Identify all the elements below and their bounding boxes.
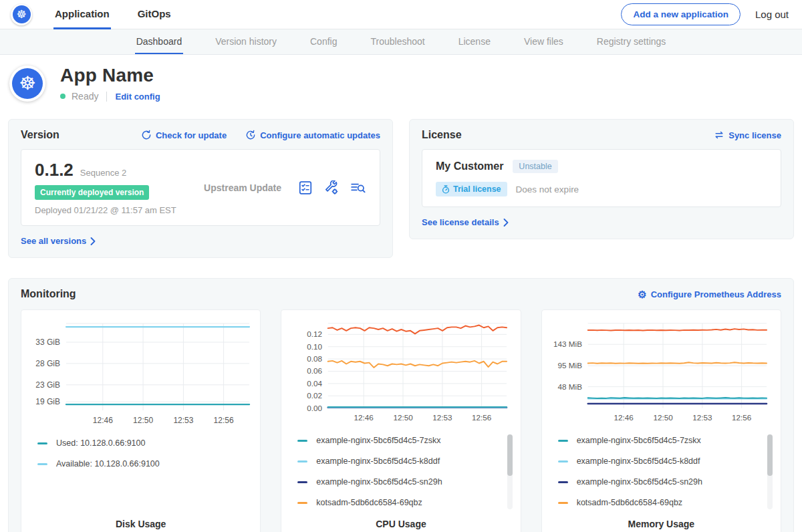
refresh-icon	[141, 130, 152, 140]
subtab-troubleshoot[interactable]: Troubleshoot	[369, 29, 426, 54]
disk-usage-title: Disk Usage	[28, 519, 253, 529]
chevron-right-icon	[503, 219, 509, 227]
svg-text:0.08: 0.08	[307, 354, 322, 363]
svg-text:0.02: 0.02	[307, 391, 322, 400]
see-license-details-link[interactable]: See license details	[422, 217, 509, 227]
sync-license-link[interactable]: Sync license	[714, 130, 781, 140]
legend-item: example-nginx-5bc6f5d4c5-k8ddf	[558, 456, 774, 466]
cpu-usage-legend: example-nginx-5bc6f5d4c5-7zskx example-n…	[297, 436, 513, 519]
cpu-usage-chart: 0.000.020.040.060.080.100.1212:4612:5012…	[289, 318, 513, 425]
memory-usage-panel: 48 MiB95 MiB143 MiB12:4612:5012:5312:56 …	[541, 309, 781, 532]
check-for-update-link[interactable]: Check for update	[141, 130, 227, 140]
version-source-label: Upstream Update	[187, 182, 298, 193]
svg-text:19 GiB: 19 GiB	[35, 397, 60, 406]
version-card-title: Version	[21, 129, 59, 141]
subtab-view-files[interactable]: View files	[523, 29, 565, 54]
cpu-usage-panel: 0.000.020.040.060.080.100.1212:4612:5012…	[281, 309, 521, 532]
configure-automatic-updates-link[interactable]: Configure automatic updates	[245, 130, 380, 140]
monitoring-title: Monitoring	[21, 288, 76, 300]
legend-item: example-nginx-5bc6f5d4c5-7zskx	[297, 436, 513, 445]
subtab-dashboard[interactable]: Dashboard	[135, 29, 184, 54]
cpu-usage-title: CPU Usage	[288, 519, 513, 529]
memory-usage-chart: 48 MiB95 MiB143 MiB12:4612:5012:5312:56	[549, 318, 773, 425]
configure-prometheus-link[interactable]: ⚙ Configure Prometheus Address	[638, 289, 781, 299]
svg-text:12:50: 12:50	[393, 413, 413, 422]
kubernetes-helm-icon: ☸	[12, 68, 43, 99]
subtab-registry-settings[interactable]: Registry settings	[595, 29, 667, 54]
svg-text:0.04: 0.04	[307, 379, 322, 388]
preflight-checks-icon[interactable]	[298, 180, 313, 195]
config-wrench-icon[interactable]	[324, 180, 339, 195]
top-nav: ☸ Application GitOps Add a new applicati…	[0, 0, 802, 29]
disk-usage-panel: 19 GiB23 GiB28 GiB33 GiB12:4612:5012:531…	[21, 309, 261, 532]
svg-text:0.06: 0.06	[307, 366, 322, 375]
disk-usage-chart: 19 GiB23 GiB28 GiB33 GiB12:4612:5012:531…	[29, 318, 253, 428]
clock-refresh-icon	[245, 130, 256, 140]
app-avatar: ☸	[9, 65, 45, 102]
svg-text:0.10: 0.10	[307, 342, 322, 351]
scrollbar-thumb[interactable]	[507, 434, 513, 476]
svg-text:12:56: 12:56	[472, 413, 491, 422]
kubernetes-helm-icon: ☸	[13, 5, 31, 23]
license-card-title: License	[422, 129, 462, 141]
subtab-version-history[interactable]: Version history	[214, 29, 278, 54]
legend-item: example-nginx-5bc6f5d4c5-sn29h	[558, 477, 774, 487]
monitoring-card: Monitoring ⚙ Configure Prometheus Addres…	[8, 278, 794, 532]
see-all-versions-link[interactable]: See all versions	[21, 236, 96, 246]
status-text: Ready	[72, 91, 98, 102]
legend-scrollbar[interactable]	[507, 434, 513, 509]
trial-license-badge: Trial license	[436, 182, 507, 196]
current-version-box: 0.1.2 Sequence 2 Currently deployed vers…	[21, 149, 380, 226]
tab-application[interactable]: Application	[53, 0, 111, 29]
app-header: ☸ App Name Ready Edit config	[0, 55, 802, 108]
version-card: Version Check for update Configure autom…	[8, 119, 393, 258]
svg-text:28 GiB: 28 GiB	[35, 359, 60, 368]
legend-item: example-nginx-5bc6f5d4c5-k8ddf	[297, 456, 513, 466]
scrollbar-thumb[interactable]	[767, 434, 773, 476]
app-sub-nav: Dashboard Version history Config Trouble…	[0, 29, 802, 55]
svg-text:0.12: 0.12	[307, 329, 322, 338]
svg-text:12:50: 12:50	[654, 413, 674, 422]
svg-text:12:50: 12:50	[133, 416, 153, 425]
legend-item: Available: 10.128.0.66:9100	[37, 459, 253, 469]
svg-text:48 MiB: 48 MiB	[558, 382, 583, 391]
legend-scrollbar[interactable]	[767, 434, 773, 509]
gear-icon: ⚙	[638, 289, 646, 299]
customer-name: My Customer	[436, 160, 503, 172]
svg-text:12:53: 12:53	[173, 416, 193, 425]
legend-item: example-nginx-5bc6f5d4c5-sn29h	[297, 477, 513, 487]
svg-text:23 GiB: 23 GiB	[35, 380, 60, 390]
svg-text:0.00: 0.00	[307, 404, 322, 412]
legend-item: kotsadm-5db6dc6584-69qbz	[297, 498, 513, 507]
legend-item: example-nginx-5bc6f5d4c5-7zskx	[558, 436, 774, 445]
license-card: License Sync license My Customer Unstabl…	[409, 119, 794, 239]
disk-usage-legend: Used: 10.128.0.66:9100 Available: 10.128…	[37, 438, 253, 519]
legend-item: Used: 10.128.0.66:9100	[37, 438, 253, 448]
page-title: App Name	[60, 65, 160, 86]
chevron-right-icon	[90, 237, 96, 245]
memory-usage-title: Memory Usage	[549, 519, 774, 529]
channel-badge: Unstable	[513, 160, 557, 173]
logout-button[interactable]: Log out	[755, 9, 789, 20]
svg-text:95 MiB: 95 MiB	[558, 361, 583, 370]
svg-text:12:46: 12:46	[354, 413, 374, 422]
svg-text:33 GiB: 33 GiB	[35, 338, 60, 347]
license-expiry-text: Does not expire	[516, 184, 579, 194]
svg-text:12:46: 12:46	[614, 413, 634, 422]
memory-usage-legend: example-nginx-5bc6f5d4c5-7zskx example-n…	[558, 436, 774, 519]
deployed-version-badge: Currently deployed version	[35, 185, 149, 200]
kubernetes-logo[interactable]: ☸	[11, 4, 32, 25]
status-ready-dot	[60, 94, 65, 99]
svg-text:12:56: 12:56	[213, 416, 233, 425]
subtab-config[interactable]: Config	[309, 29, 338, 54]
divider	[106, 92, 107, 102]
svg-text:12:53: 12:53	[432, 413, 452, 422]
add-application-button[interactable]: Add a new application	[621, 3, 741, 25]
subtab-license[interactable]: License	[457, 29, 492, 54]
view-logs-icon[interactable]	[350, 180, 366, 195]
edit-config-link[interactable]: Edit config	[115, 92, 160, 102]
sequence-label: Sequence 2	[80, 168, 126, 178]
deployed-timestamp: Deployed 01/21/22 @ 11:57 am EST	[35, 205, 187, 215]
version-number: 0.1.2	[35, 160, 74, 180]
tab-gitops[interactable]: GitOps	[136, 0, 172, 29]
